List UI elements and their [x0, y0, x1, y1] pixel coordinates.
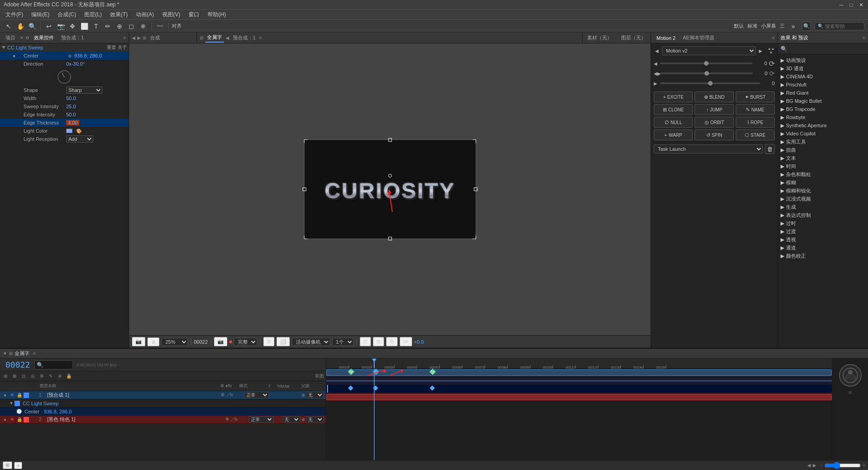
slider1-icon[interactable]: ⟳ — [769, 59, 775, 68]
effects-group-header-color[interactable]: ▶ 颜色校正 — [778, 252, 868, 260]
menu-animation[interactable]: 动画(A) — [132, 10, 158, 19]
timeline-menu[interactable]: ≡ — [33, 351, 36, 356]
tab-motion2[interactable]: Motion 2 — [654, 34, 678, 42]
timeline-search-input[interactable] — [43, 362, 71, 368]
effects-group-header-synth[interactable]: ▶ Synthetic Aperture — [778, 121, 868, 129]
motion-sketch[interactable]: 〰 — [155, 21, 165, 31]
search-icon[interactable]: 🔍 — [802, 22, 811, 31]
effects-group-header-blur[interactable]: ▶ 模糊 — [778, 178, 868, 187]
color-swatch[interactable] — [66, 129, 72, 133]
effects-group-header-magic[interactable]: ▶ BG Magic Bullet — [778, 97, 868, 105]
motion-version-select[interactable]: Motion v2 — [662, 46, 756, 55]
btn-stare[interactable]: ⬡ STARE — [736, 129, 775, 140]
tl-btn-5[interactable]: ⚙ — [38, 373, 45, 380]
center-keyframe-1[interactable] — [348, 385, 353, 390]
slider2-track[interactable] — [660, 72, 753, 74]
layer2-trkmat[interactable]: 无 — [282, 416, 300, 423]
effects-group-expression[interactable]: ▶ 表达式控制 — [778, 211, 868, 219]
btn-rope[interactable]: ⌇ ROPE — [736, 117, 775, 128]
center-stopwatch[interactable]: 🕐 — [16, 409, 22, 414]
vc-grid[interactable]: ⊞ — [263, 337, 275, 346]
property-center[interactable]: ◆ Center ⊕ 936.8, 286.0 — [0, 52, 129, 60]
slider1-thumb[interactable] — [704, 61, 709, 66]
vc-frame[interactable]: ⬜ — [276, 337, 290, 346]
layer2-parent[interactable]: 无 — [306, 416, 324, 423]
vc-frame-size[interactable]: ⊡ — [360, 337, 371, 346]
tab-composition[interactable]: 合成 — [148, 34, 162, 42]
effects-group-text[interactable]: ▶ 文本 — [778, 154, 868, 162]
effects-group-header-vc[interactable]: ▶ Video Copilot — [778, 129, 868, 138]
camera-tool[interactable]: 📷 — [56, 21, 66, 31]
layer1-solo[interactable]: ● — [2, 392, 8, 398]
timeline-playhead[interactable] — [374, 359, 375, 368]
viewport-menu[interactable]: ≡ — [259, 35, 262, 40]
effects-group-perspective[interactable]: ▶ 透视 — [778, 235, 868, 244]
effects-group-header-transition[interactable]: ▶ 过渡 — [778, 227, 868, 235]
slider2-thumb[interactable] — [704, 71, 709, 76]
effects-group-header-animation[interactable]: ▶ 动画预设 — [778, 56, 868, 64]
timeline-layer-cc[interactable]: ▼ CC Light Sweep — [0, 399, 326, 408]
tab-effects-controls[interactable]: 效果控件 — [31, 34, 57, 42]
effects-group-header-obsolete[interactable]: ▶ 过时 — [778, 219, 868, 227]
effects-group-time[interactable]: ▶ 时间 — [778, 162, 868, 170]
effects-group-obsolete[interactable]: ▶ 过时 — [778, 219, 868, 227]
layer2-mode[interactable]: 正常 — [249, 416, 274, 423]
tab-nav-prev[interactable]: ◀ — [132, 35, 135, 40]
menu-window[interactable]: 窗口 — [185, 10, 203, 19]
slider3-thumb[interactable] — [708, 81, 713, 86]
effects-group-header-3d[interactable]: ▶ 3D 通道 — [778, 64, 868, 72]
property-direction[interactable]: Direction 0x-30.0° — [0, 60, 129, 68]
effects-group-header-cinema[interactable]: ▶ CINEMA 4D — [778, 72, 868, 81]
tl-btn-4[interactable]: ◎ — [29, 373, 36, 380]
slider2-prev[interactable]: ◀▶ — [654, 71, 658, 76]
workspace-more[interactable]: » — [788, 21, 798, 31]
effects-group-header-channel[interactable]: ▶ 通道 — [778, 244, 868, 252]
btn-jump[interactable]: ↑ JUMP — [694, 104, 733, 115]
effects-group-rowbyte[interactable]: ▶ Rowbyte — [778, 113, 868, 121]
direction-dial[interactable] — [58, 70, 71, 84]
effects-group-header-red-giant[interactable]: ▶ Red Giant — [778, 89, 868, 97]
handle-r[interactable] — [474, 187, 477, 191]
center-keyframe-current[interactable] — [373, 385, 378, 390]
tab-ae-script[interactable]: AE脚本管理器 — [680, 34, 717, 42]
minimize-button[interactable]: ─ — [838, 2, 844, 8]
tab-nav-next[interactable]: ▶ — [137, 35, 141, 40]
cc-expand[interactable]: ▼ — [9, 401, 14, 406]
effects-group-video-copilot[interactable]: ▶ Video Copilot — [778, 129, 868, 138]
menu-help[interactable]: 帮助(H) — [204, 10, 230, 19]
effects-group-header-tools[interactable]: ▶ 实用工具 — [778, 138, 868, 146]
btn-burst[interactable]: ✦ BURST — [736, 91, 775, 102]
vc-more[interactable]: ≫ — [400, 337, 412, 346]
handle-b[interactable] — [388, 237, 392, 240]
layer2-solo[interactable]: ● — [2, 417, 8, 423]
vc-settings[interactable]: ⚙ — [386, 337, 398, 346]
effects-group-tools[interactable]: ▶ 实用工具 — [778, 138, 868, 146]
effects-group-header-trapcode[interactable]: ▶ BG Trapcode — [778, 105, 868, 113]
stamp-tool[interactable]: ⊕ — [115, 21, 125, 31]
btn-warp[interactable]: ⌁ WARP — [654, 129, 693, 140]
handle-bl[interactable] — [304, 235, 308, 239]
tab-layer[interactable]: 图层（无） — [619, 34, 648, 42]
zoom-tool[interactable]: 🔍 — [27, 21, 37, 31]
tab-material[interactable]: 素材（无） — [585, 34, 614, 42]
layer2-visible[interactable]: 👁 — [9, 417, 15, 423]
layer1-visible[interactable]: 👁 — [9, 392, 15, 398]
new-comp-btn[interactable]: ⊞ — [3, 461, 12, 469]
tl-zoom-in[interactable]: + — [863, 463, 865, 468]
tl-btn-3[interactable]: ⊡ — [20, 373, 27, 380]
effects-group-magic-bullet[interactable]: ▶ BG Magic Bullet — [778, 97, 868, 105]
brush-tool[interactable]: ✏ — [103, 21, 113, 31]
effects-group-transition[interactable]: ▶ 过渡 — [778, 227, 868, 235]
effects-group-color[interactable]: ▶ 颜色校正 — [778, 252, 868, 260]
layer-reset[interactable]: 重置 — [107, 44, 116, 51]
handle-t[interactable] — [388, 138, 392, 142]
close-button[interactable]: ✕ — [858, 2, 864, 8]
mask-tool[interactable]: ⬜ — [79, 21, 89, 31]
menu-file[interactable]: 文件(F) — [2, 10, 27, 19]
effects-group-header-text[interactable]: ▶ 文本 — [778, 154, 868, 162]
effects-group-immersive[interactable]: ▶ 沉浸式视频 — [778, 195, 868, 203]
tl-btn-6[interactable]: ✎ — [47, 373, 54, 380]
panel-settings[interactable]: ⚙ — [25, 35, 29, 40]
effects-group-header-time[interactable]: ▶ 时间 — [778, 162, 868, 170]
effects-group-cinema[interactable]: ▶ CINEMA 4D — [778, 72, 868, 81]
